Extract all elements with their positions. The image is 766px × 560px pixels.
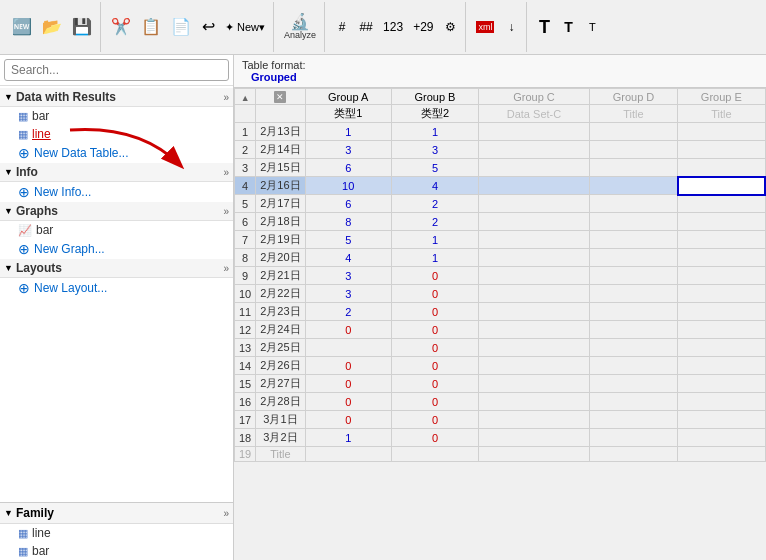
value-cell-b[interactable]: 1 (391, 123, 478, 141)
value-cell-c[interactable] (479, 321, 590, 339)
value-cell-e[interactable] (678, 447, 765, 462)
paste-button[interactable]: 📄 (167, 5, 195, 49)
table-row[interactable]: 22月14日33 (235, 141, 766, 159)
value-cell-c[interactable] (479, 267, 590, 285)
value-cell-d[interactable] (589, 285, 677, 303)
value-cell-e[interactable] (678, 231, 765, 249)
value-cell-a[interactable]: 0 (305, 357, 391, 375)
new-button[interactable]: 🆕 (8, 5, 36, 49)
value-cell-a[interactable]: 10 (305, 177, 391, 195)
value-cell-e[interactable] (678, 375, 765, 393)
value-cell-a[interactable]: 5 (305, 231, 391, 249)
value-cell-b[interactable]: 0 (391, 375, 478, 393)
value-cell-a[interactable]: 3 (305, 285, 391, 303)
save-button[interactable]: 💾 (68, 5, 96, 49)
table-row[interactable]: 122月24日00 (235, 321, 766, 339)
tree-item-bar[interactable]: ▦ bar (0, 107, 233, 125)
table-row[interactable]: 82月20日41 (235, 249, 766, 267)
table-row[interactable]: 32月15日65 (235, 159, 766, 177)
clear-button[interactable]: ✕ (274, 91, 286, 103)
text-btn2[interactable]: T (557, 5, 579, 49)
text-btn1[interactable]: T (533, 5, 555, 49)
format-btn3[interactable]: 123 (379, 5, 407, 49)
value-cell-d[interactable] (589, 411, 677, 429)
family-item-bar[interactable]: ▦ bar (0, 542, 233, 560)
section-graphs-header[interactable]: ▼ Graphs » (0, 202, 233, 221)
value-cell-d[interactable] (589, 321, 677, 339)
section-layouts-more[interactable]: » (223, 263, 229, 274)
value-cell-c[interactable] (479, 123, 590, 141)
table-row[interactable]: 112月23日20 (235, 303, 766, 321)
value-cell-d[interactable] (589, 159, 677, 177)
new-info[interactable]: ⊕ New Info... (0, 182, 233, 202)
value-cell-d[interactable] (589, 267, 677, 285)
open-button[interactable]: 📂 (38, 5, 66, 49)
search-input[interactable] (4, 59, 229, 81)
table-row[interactable]: 12月13日11 (235, 123, 766, 141)
value-cell-e[interactable] (678, 177, 765, 195)
value-cell-a[interactable]: 0 (305, 375, 391, 393)
table-row[interactable]: 183月2日10 (235, 429, 766, 447)
value-cell-d[interactable] (589, 249, 677, 267)
value-cell-e[interactable] (678, 303, 765, 321)
value-cell-a[interactable]: 0 (305, 393, 391, 411)
section-graphs-more[interactable]: » (223, 206, 229, 217)
value-cell-e[interactable] (678, 195, 765, 213)
value-cell-d[interactable] (589, 177, 677, 195)
value-cell-e[interactable] (678, 339, 765, 357)
format-btn5[interactable]: ⚙ (439, 5, 461, 49)
value-cell-d[interactable] (589, 375, 677, 393)
section-data-header[interactable]: ▼ Data with Results » (0, 88, 233, 107)
value-cell-c[interactable] (479, 195, 590, 213)
value-cell-e[interactable] (678, 249, 765, 267)
value-cell-e[interactable] (678, 321, 765, 339)
section-info-header[interactable]: ▼ Info » (0, 163, 233, 182)
value-cell-e[interactable] (678, 213, 765, 231)
table-row[interactable]: 173月1日00 (235, 411, 766, 429)
value-cell-a[interactable]: 1 (305, 123, 391, 141)
new-dropdown-button[interactable]: ✦ New▾ (221, 5, 269, 49)
value-cell-e[interactable] (678, 159, 765, 177)
value-cell-c[interactable] (479, 231, 590, 249)
value-cell-d[interactable] (589, 393, 677, 411)
new-data-table[interactable]: ⊕ New Data Table... (0, 143, 233, 163)
family-more[interactable]: » (223, 508, 229, 519)
table-row[interactable]: 42月16日104 (235, 177, 766, 195)
format-btn1[interactable]: # (331, 5, 353, 49)
value-cell-e[interactable] (678, 267, 765, 285)
value-cell-b[interactable] (391, 447, 478, 462)
new-layout[interactable]: ⊕ New Layout... (0, 278, 233, 298)
value-cell-b[interactable]: 0 (391, 393, 478, 411)
format-btn4[interactable]: +29 (409, 5, 437, 49)
value-cell-a[interactable]: 1 (305, 429, 391, 447)
format-btn2[interactable]: ## (355, 5, 377, 49)
value-cell-b[interactable]: 0 (391, 321, 478, 339)
value-cell-d[interactable] (589, 141, 677, 159)
cut-button[interactable]: ✂️ (107, 5, 135, 49)
table-row[interactable]: 102月22日30 (235, 285, 766, 303)
value-cell-c[interactable] (479, 447, 590, 462)
table-row[interactable]: 19Title (235, 447, 766, 462)
analyze-button[interactable]: 🔬 Analyze (280, 5, 320, 49)
family-item-line[interactable]: ▦ line (0, 524, 233, 542)
value-cell-d[interactable] (589, 303, 677, 321)
import-btn2[interactable]: ↓ (500, 5, 522, 49)
value-cell-a[interactable]: 2 (305, 303, 391, 321)
value-cell-d[interactable] (589, 447, 677, 462)
table-row[interactable]: 72月19日51 (235, 231, 766, 249)
value-cell-b[interactable]: 2 (391, 195, 478, 213)
value-cell-a[interactable]: 4 (305, 249, 391, 267)
value-cell-a[interactable]: 6 (305, 159, 391, 177)
value-cell-b[interactable]: 1 (391, 231, 478, 249)
value-cell-e[interactable] (678, 429, 765, 447)
value-cell-a[interactable]: 6 (305, 195, 391, 213)
value-cell-d[interactable] (589, 123, 677, 141)
table-row[interactable]: 92月21日30 (235, 267, 766, 285)
value-cell-c[interactable] (479, 411, 590, 429)
table-row[interactable]: 152月27日00 (235, 375, 766, 393)
value-cell-b[interactable]: 0 (391, 429, 478, 447)
section-data-more[interactable]: » (223, 92, 229, 103)
value-cell-a[interactable]: 0 (305, 321, 391, 339)
copy-button[interactable]: 📋 (137, 5, 165, 49)
text-btn3[interactable]: T (581, 5, 603, 49)
